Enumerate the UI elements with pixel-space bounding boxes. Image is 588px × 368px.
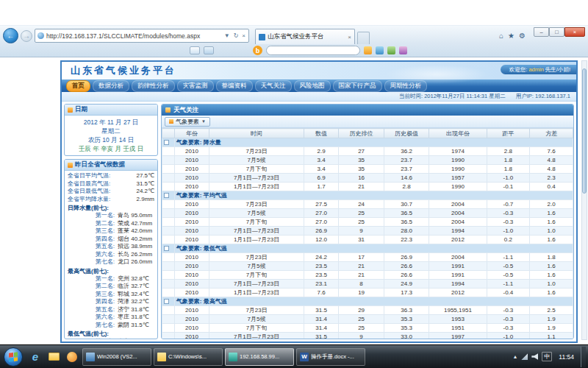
table-cell: 26.9 [384,253,429,262]
favorites-star-icon[interactable]: ★ [508,32,514,40]
maximize-button[interactable]: □ [549,27,564,37]
rank-value: 泰山 16.7℃ [118,338,154,339]
table-row[interactable]: 20107月下旬3.43523.719901.84.8 [162,165,573,174]
table-row[interactable]: 20107月1日—7月23日26.9928.01994-1.01.0 [162,227,573,236]
table-row[interactable]: 20107月1日—7月23日31.5933.01997-1.01.1 [162,333,573,339]
browser-chrome: ← → http://192.168.137.1/SLCCLIMATE/modu… [0,25,588,57]
new-tab-button[interactable] [357,32,370,44]
nav-item-5[interactable]: 天气关注 [255,80,292,92]
nav-item-3[interactable]: 灾害监测 [177,80,214,92]
start-button[interactable] [4,347,23,367]
taskbar-window-1[interactable]: C:\Windows\s... [154,348,223,366]
table-row[interactable]: 20107月23日27.52430.72004-0.72.0 [162,200,573,209]
table-cell: 25 [339,315,384,324]
nav-item-4[interactable]: 整编资料 [216,80,253,92]
checkbox-icon[interactable] [164,193,169,198]
table-row[interactable]: 20107月5候27.02536.52004-0.31.6 [162,209,573,218]
toolbar-icon[interactable] [364,46,372,54]
tab-close-icon[interactable]: × [348,34,351,40]
table-cell: 1990 [429,183,487,191]
table-cell: 1.9 [530,324,573,333]
table-row[interactable]: 20107月5候23.52126.61991-0.51.6 [162,262,573,271]
bing-logo-icon[interactable]: b [253,46,262,55]
network-icon[interactable] [521,353,528,360]
toolbar-icon[interactable] [376,46,384,54]
autocomplete-dropdown-icon[interactable]: ▼ [223,32,231,39]
table-cell: 7月下旬 [209,271,304,280]
forward-button[interactable]: → [21,30,32,42]
hidden-icons-arrow[interactable]: ▲ [512,354,517,359]
table-row[interactable]: 20107月5候3.43523.719901.84.8 [162,156,573,165]
table-row[interactable]: 20107月23日24.21726.92004-1.11.8 [162,253,573,262]
back-button[interactable]: ← [3,28,18,43]
taskbar-window-3[interactable]: W操作手册.docx -... [296,348,365,366]
taskbar-window-2[interactable]: 192.168.58.99... [225,348,294,366]
nav-item-6[interactable]: 风险地图 [294,80,331,92]
checkbox-icon[interactable] [164,299,169,304]
address-bar[interactable]: http://192.168.137.1/SLCCLIMATE/modules/… [35,29,249,43]
table-cell: 35.3 [384,315,429,324]
climate-summary-row: 全省平均降水量:2.9mm [68,196,154,204]
table-row[interactable]: 20107月1日—7月23日6.91614.61957-1.02.3 [162,174,573,183]
nav-item-2[interactable]: 韵律性分析 [132,80,175,92]
table-row[interactable]: 20107月下旬23.52126.61991-0.51.6 [162,271,573,280]
table-row[interactable]: 20107月23日2.92736.219742.87.6 [162,147,573,156]
table-cell: 7月5候 [209,315,304,324]
mail-icon[interactable] [190,46,200,54]
taskbar-media-button[interactable] [64,348,80,366]
table-row[interactable]: 20107月23日31.52936.31955,1951-0.32.5 [162,306,573,315]
nav-item-7[interactable]: 国家下行产品 [333,80,382,92]
rank-row: 第四名:烟台 40.2mm [68,236,154,244]
nav-item-1[interactable]: 数据分析 [93,80,129,92]
table-group-row[interactable]: 气象要素: 最低气温 [162,244,573,253]
row-expander-cell [162,236,175,244]
rank-label: 第一名: [96,338,115,339]
minimize-button[interactable]: – [534,27,549,37]
main-menu: 首页数据分析韵律性分析灾害监测整编资料天气关注风险地图国家下行产品周期性分析 [62,79,576,92]
table-cell: -1.1 [487,253,530,262]
mail-icon[interactable] [204,46,214,54]
table-group-row[interactable]: 气象要素: 最高气温 [162,297,573,306]
table-cell: 2010 [174,227,209,236]
rank-row: 第五名:济宁 31.8℃ [68,306,154,314]
clock[interactable]: 11:54 [556,353,577,361]
table-row[interactable]: 20107月下旬31.42535.31951-0.31.9 [162,324,573,333]
show-desktop-button[interactable] [581,347,586,367]
table-cell: 30.7 [384,200,429,209]
nav-item-0[interactable]: 首页 [66,80,90,92]
volume-icon[interactable] [531,353,538,360]
taskbar-explorer-button[interactable] [46,348,62,366]
refresh-icon[interactable]: ↻ [233,32,240,39]
toolbar-icon[interactable] [399,46,407,54]
table-row[interactable]: 20101月1日—7月23日1.7212.81990-0.10.4 [162,183,573,191]
table-group-row[interactable]: 气象要素: 平均气温 [162,191,573,200]
checkbox-icon[interactable] [164,140,169,145]
input-method-indicator[interactable]: 中 [542,352,552,361]
toolbar-icon[interactable] [387,46,395,54]
climate-panel-title: 昨日全省气候数据 [75,160,125,169]
bing-search-input[interactable] [266,46,360,55]
word-icon: W [300,353,309,361]
tools-gear-icon[interactable]: ⚙ [519,32,526,40]
table-row[interactable]: 20107月下旬27.02536.52004-0.31.6 [162,218,573,227]
table-row[interactable]: 20107月5候31.42535.31953-0.31.9 [162,315,573,324]
browser-tab[interactable]: 山东省气候业务平台 × [255,29,355,44]
rank-value: 郓城 32.4℃ [118,291,154,299]
table-row[interactable]: 20101月1日—7月23日7.61917.32012-0.41.6 [162,289,573,297]
table-cell: -0.3 [487,209,530,218]
element-selector-button[interactable]: 气象要素 ▼ [165,117,210,127]
checkbox-icon[interactable] [164,246,169,251]
table-group-row[interactable]: 气象要素: 降水量 [162,138,573,147]
home-icon[interactable]: ⌂ [499,32,503,40]
page-scrollbar[interactable] [581,60,587,340]
table-cell: 1.8 [530,253,573,262]
stop-icon[interactable]: × [241,32,246,39]
close-window-button[interactable]: × [564,27,585,37]
taskbar-ie-button[interactable]: e [27,348,43,366]
row-expander-cell [162,271,175,280]
scrollbar-thumb[interactable] [582,68,587,194]
taskbar-window-0[interactable]: Win2008 (VS2... [82,348,151,366]
table-row[interactable]: 20107月1日—7月23日23.1824.91994-1.11.0 [162,280,573,289]
table-cell: 27 [339,147,384,156]
table-row[interactable]: 20101月1日—7月23日12.03122.320120.21.6 [162,236,573,244]
